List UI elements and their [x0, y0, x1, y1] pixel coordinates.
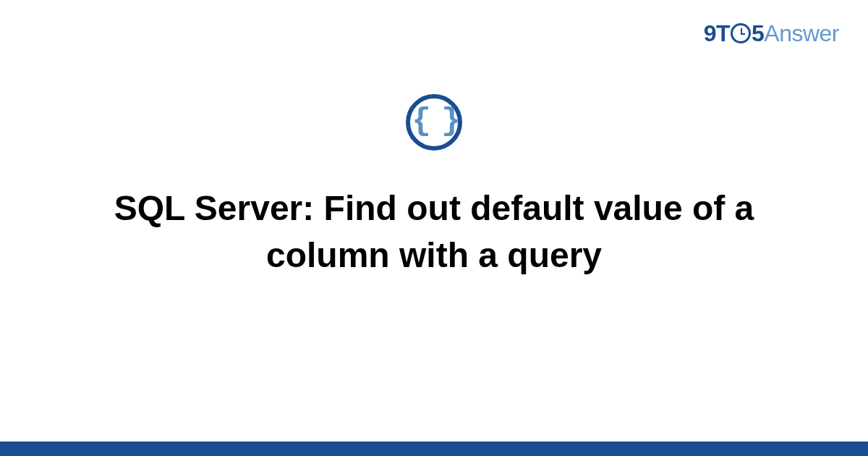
site-logo: 9T5Answer [704, 20, 839, 47]
page-title: SQL Server: Find out default value of a … [72, 185, 796, 279]
logo-five: 5 [752, 20, 764, 46]
logo-t: T [716, 20, 730, 46]
code-icon-circle: { } [406, 94, 462, 151]
braces-icon: { } [412, 105, 456, 137]
main-content: { } SQL Server: Find out default value o… [0, 94, 868, 279]
logo-nine: 9 [704, 20, 716, 46]
clock-icon [731, 23, 751, 43]
footer-bar [0, 442, 868, 456]
logo-answer: Answer [764, 20, 839, 46]
